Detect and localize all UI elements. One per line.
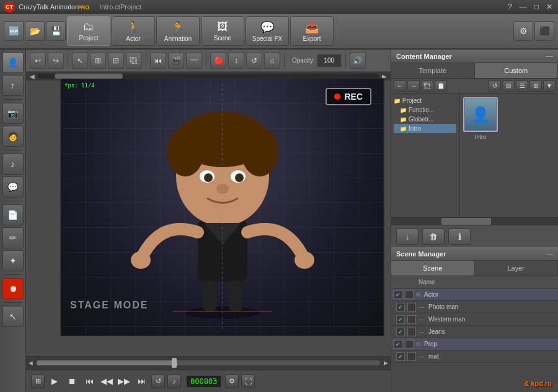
asset-intro[interactable]: 👤 Intro: [463, 97, 498, 140]
sidebar-camera-icon[interactable]: 📷: [2, 103, 24, 124]
timeline-thumb[interactable]: [172, 358, 177, 368]
sound-btn[interactable]: 🔊: [350, 53, 366, 69]
redo-button[interactable]: ↪: [48, 53, 64, 69]
rec-badge[interactable]: REC: [326, 88, 371, 105]
cm-refresh-btn[interactable]: ↺: [489, 81, 501, 92]
move-btn[interactable]: ↕: [228, 53, 244, 69]
tab-animation[interactable]: 🏃 Animation: [156, 16, 200, 46]
cm-delete-button[interactable]: 🗑: [422, 229, 445, 245]
key-btn[interactable]: 🔴: [210, 53, 226, 69]
settings-button[interactable]: ⚙: [513, 21, 533, 41]
scrollbar-track[interactable]: [37, 74, 379, 79]
tab-actor[interactable]: 🚶 Actor: [112, 16, 155, 46]
sm-tab-layer[interactable]: Layer: [475, 261, 559, 276]
tab-export[interactable]: 📤 Export: [290, 16, 334, 46]
prev-frame-button[interactable]: ◀◀: [99, 374, 114, 389]
fast-forward-button[interactable]: ⏭: [134, 374, 149, 389]
tree-item-project[interactable]: 📁 Project: [394, 96, 456, 105]
help-button[interactable]: ?: [506, 2, 514, 11]
row-lock-mat[interactable]: [407, 352, 416, 361]
sidebar-chat-icon[interactable]: 💬: [2, 176, 24, 198]
tree-item-intro[interactable]: 📁 Intro: [394, 124, 456, 133]
minimize-button[interactable]: —: [518, 2, 529, 11]
sm-row-actor[interactable]: ✔ ⊟ Actor: [391, 289, 558, 301]
cm-list-btn[interactable]: ☰: [516, 81, 528, 92]
home-btn[interactable]: ⌂: [264, 53, 280, 69]
cm-scrollbar-thumb[interactable]: [441, 218, 492, 225]
row-lock-jeans[interactable]: [407, 328, 416, 336]
cm-info-button[interactable]: ℹ: [448, 229, 471, 245]
sm-row-mat[interactable]: ✔ — mat: [391, 351, 558, 363]
undo-button[interactable]: ↩: [30, 53, 46, 69]
next-frame-button[interactable]: ▶▶: [117, 374, 131, 389]
content-manager-close-button[interactable]: —: [546, 52, 553, 61]
tab-special-fx[interactable]: 💬 Special FX: [246, 16, 289, 46]
fullscreen-button[interactable]: ⛶: [241, 375, 255, 388]
cm-thumb-btn[interactable]: ⊟: [502, 81, 515, 92]
sidebar-doc-icon[interactable]: 📄: [2, 204, 24, 225]
mesh-tool[interactable]: ⊟: [108, 53, 124, 69]
sm-row-photoman[interactable]: ✔ — Photo man: [391, 301, 558, 313]
audio-button[interactable]: ♪: [167, 375, 181, 388]
rewind-button[interactable]: ⏮: [82, 374, 97, 389]
cm-horizontal-scrollbar[interactable]: [391, 217, 558, 225]
cm-apply-button[interactable]: ↓: [396, 229, 418, 245]
close-button[interactable]: ✕: [544, 2, 554, 11]
sm-row-westernman[interactable]: ✔ — Western man: [391, 313, 558, 326]
scrollbar-thumb[interactable]: [55, 74, 123, 79]
maximize-button[interactable]: □: [533, 2, 541, 11]
copy-tool[interactable]: ⿻: [126, 53, 142, 69]
save-button[interactable]: 💾: [46, 21, 66, 41]
collapse-prop[interactable]: ⊟: [416, 341, 420, 347]
scene-manager-close-btn[interactable]: —: [546, 250, 553, 258]
cm-options-btn[interactable]: ▼: [543, 81, 556, 92]
select-tool[interactable]: ↖: [72, 53, 88, 69]
cm-grid-btn[interactable]: ⊞: [529, 81, 542, 92]
cm-fwd-btn[interactable]: →: [407, 81, 420, 92]
sidebar-character-icon[interactable]: 👤: [2, 52, 24, 73]
row-visible-actor[interactable]: ✔: [394, 290, 402, 299]
cm-tab-template[interactable]: Template: [391, 63, 475, 78]
new-project-button[interactable]: 🆕: [4, 21, 24, 41]
tab-scene[interactable]: 🖼 Scene: [201, 16, 244, 46]
timeline-icon-btn[interactable]: ⊞: [31, 375, 45, 388]
cm-paste-btn[interactable]: 📋: [435, 81, 447, 92]
play-button[interactable]: ▶: [47, 374, 62, 389]
sidebar-wand-icon[interactable]: ✦: [2, 250, 24, 271]
cm-copy-btn[interactable]: ⿻: [421, 81, 433, 92]
collapse-actor[interactable]: ⊟: [416, 292, 420, 297]
sm-row-prop[interactable]: ✔ ⊟ Prop: [391, 338, 558, 351]
sidebar-person-icon[interactable]: 🧑: [2, 126, 24, 147]
scene-btn[interactable]: 🎬: [168, 53, 184, 69]
row-visible-jeans[interactable]: ✔: [396, 328, 405, 336]
scroll-left-arrow[interactable]: ◀: [27, 73, 37, 80]
sm-tab-scene[interactable]: Scene: [391, 261, 475, 276]
loop-button[interactable]: ↺: [151, 375, 165, 388]
cm-tab-custom[interactable]: Custom: [475, 63, 559, 78]
timecode-settings[interactable]: ⚙: [225, 375, 239, 388]
sidebar-arrow-icon[interactable]: ↑: [2, 75, 24, 96]
open-button[interactable]: 📂: [25, 21, 45, 41]
sidebar-music-icon[interactable]: ♪: [2, 154, 24, 175]
row-visible-photoman[interactable]: ✔: [396, 303, 405, 311]
lash-btn[interactable]: 〰: [186, 53, 202, 69]
row-lock-prop[interactable]: [405, 340, 414, 349]
row-lock-actor[interactable]: [405, 290, 414, 299]
tab-project[interactable]: 🗂 Project: [67, 16, 110, 46]
sm-row-jeans[interactable]: ✔ — Jeans: [391, 326, 558, 338]
row-visible-prop[interactable]: ✔: [394, 340, 402, 349]
tree-item-functio[interactable]: 📁 Functio...: [394, 105, 456, 115]
row-lock-westernman[interactable]: [407, 315, 416, 324]
timeline-bar[interactable]: [37, 360, 380, 365]
cm-back-btn[interactable]: ←: [394, 81, 406, 92]
row-lock-photoman[interactable]: [407, 303, 416, 311]
rotate-btn[interactable]: ↺: [246, 53, 262, 69]
sidebar-record-icon[interactable]: ⏺: [2, 278, 24, 299]
sidebar-pointer-icon[interactable]: ↖: [2, 306, 24, 327]
row-visible-westernman[interactable]: ✔: [396, 315, 405, 324]
more-button[interactable]: ⬛: [534, 21, 554, 41]
opacity-input[interactable]: [317, 54, 342, 68]
sidebar-brush-icon[interactable]: ✏: [2, 227, 24, 248]
transform-tool[interactable]: ⊞: [90, 53, 106, 69]
stop-button[interactable]: ⏹: [64, 374, 79, 389]
